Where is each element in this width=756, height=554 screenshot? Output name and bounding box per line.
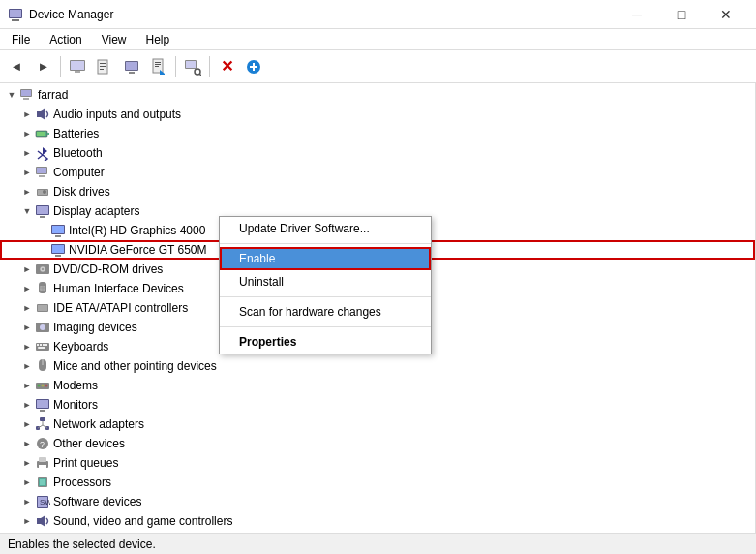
ctx-update-driver[interactable]: Update Driver Software... [220,217,431,240]
toolbar-sep-1 [60,56,61,77]
tree-item-storage[interactable]: ► Storage controllers [0,531,755,533]
tree-item-network[interactable]: ► Network adapters [0,415,755,434]
hid-expand[interactable]: ► [19,281,35,296]
menu-view[interactable]: View [94,31,135,48]
display-expand[interactable]: ▼ [19,203,35,219]
device-tree[interactable]: ▼ farrad ► Audio inputs and outputs ► Ba… [0,83,756,533]
ctx-uninstall[interactable]: Uninstall [220,270,431,293]
computer-icon-btn[interactable] [65,54,90,79]
menu-help[interactable]: Help [138,31,178,48]
sound-expand[interactable]: ► [19,513,35,529]
svg-point-40 [43,190,46,194]
tree-item-sound[interactable]: ► Sound, video and game controllers [0,511,755,531]
svg-rect-46 [55,235,61,237]
batteries-label: Batteries [53,127,99,140]
menu-action[interactable]: Action [42,31,89,48]
svg-marker-29 [41,108,45,120]
audio-icon [35,107,50,122]
keyboards-expand[interactable]: ► [19,339,35,354]
svg-point-70 [38,385,41,387]
ide-expand[interactable]: ► [19,300,35,316]
bluetooth-expand[interactable]: ► [19,145,35,161]
processors-expand[interactable]: ► [19,475,35,490]
tree-item-software[interactable]: ► SW Software devices [0,492,755,511]
tree-item-computer[interactable]: ► Computer [0,163,755,182]
tree-item-processors[interactable]: ► Processors [0,473,755,492]
svg-rect-85 [39,457,46,462]
imaging-expand[interactable]: ► [19,320,35,335]
svg-point-60 [40,324,45,330]
other-expand[interactable]: ► [19,436,35,451]
menu-file[interactable]: File [4,31,38,48]
properties-btn[interactable] [92,54,117,79]
root-label: farrad [38,88,68,102]
monitor-btn[interactable] [119,54,144,79]
network-expand[interactable]: ► [19,416,35,432]
software-icon: SW [35,494,50,509]
print-expand[interactable]: ► [19,455,35,471]
hid-icon [35,281,50,296]
display-label: Display adapters [53,204,139,218]
add-btn[interactable] [241,54,266,79]
app-icon [8,7,23,22]
svg-rect-37 [39,175,45,177]
svg-point-72 [45,385,48,387]
svg-rect-42 [37,206,48,214]
forward-button[interactable]: ► [31,54,56,79]
svg-rect-74 [37,400,48,408]
ctx-properties[interactable]: Properties [220,330,431,354]
tree-item-modems[interactable]: ► Modems [0,376,755,395]
tree-root[interactable]: ▼ farrad [0,85,755,105]
window-controls: ─ □ ✕ [615,0,748,29]
keyboards-label: Keyboards [53,340,108,354]
modems-expand[interactable]: ► [19,378,35,393]
tree-item-batteries[interactable]: ► Batteries [0,124,755,143]
maximize-button[interactable]: □ [659,0,704,29]
dvd-label: DVD/CD-ROM drives [53,262,163,276]
tree-item-mice[interactable]: ► Mice and other pointing devices [0,356,755,376]
svg-marker-94 [41,515,45,527]
ctx-sep-2 [220,296,431,297]
status-text: Enables the selected device. [8,538,156,551]
disk-label: Disk drives [53,185,110,199]
remove-btn[interactable]: ✕ [214,54,239,79]
svg-rect-63 [40,344,42,346]
monitors-expand[interactable]: ► [19,397,35,413]
svg-line-21 [199,74,201,76]
batteries-expand[interactable]: ► [19,126,35,141]
svg-rect-4 [71,61,84,70]
svg-text:?: ? [40,440,45,449]
close-button[interactable]: ✕ [704,0,748,29]
tree-item-bluetooth[interactable]: ► Bluetooth [0,143,755,163]
ctx-scan[interactable]: Scan for hardware changes [220,300,431,323]
monitors-label: Monitors [53,398,98,412]
tree-item-monitors[interactable]: ► Monitors [0,395,755,415]
svg-rect-86 [39,465,46,469]
scan-btn[interactable] [180,54,205,79]
back-button[interactable]: ◄ [4,54,29,79]
svg-rect-58 [38,305,47,311]
modems-label: Modems [53,379,98,392]
svg-rect-27 [23,98,29,100]
toolbar-sep-2 [175,56,176,77]
svg-rect-7 [100,63,106,64]
other-label: Other devices [53,437,125,450]
software-expand[interactable]: ► [19,494,35,509]
disk-expand[interactable]: ► [19,184,35,200]
minimize-button[interactable]: ─ [615,0,659,29]
ctx-enable[interactable]: Enable [220,247,431,270]
update-driver-btn[interactable] [146,54,171,79]
mice-expand[interactable]: ► [19,358,35,374]
nvidia-icon [50,242,66,258]
audio-expand[interactable]: ► [19,107,35,122]
dvd-icon [35,262,50,277]
tree-item-other[interactable]: ► ? Other devices [0,434,755,453]
computer-expand[interactable]: ► [19,165,35,180]
svg-rect-12 [129,72,135,74]
tree-item-disk[interactable]: ► Disk drives [0,182,755,201]
root-expand-icon[interactable]: ▼ [4,87,19,103]
sound-icon [35,513,50,529]
dvd-expand[interactable]: ► [19,262,35,277]
tree-item-print[interactable]: ► Print queues [0,453,755,473]
tree-item-audio[interactable]: ► Audio inputs and outputs [0,105,755,124]
